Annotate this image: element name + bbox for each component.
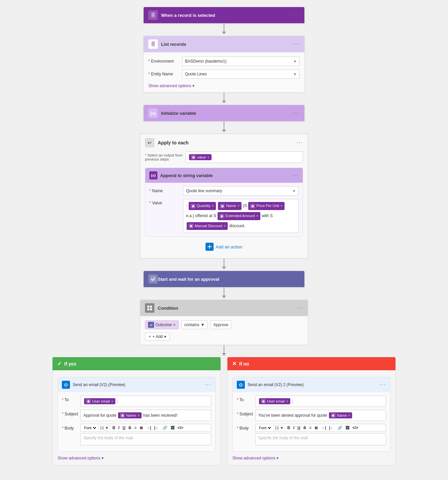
no-bold-btn[interactable]: B <box>286 425 291 431</box>
no-link-btn[interactable]: 🔗 <box>336 425 343 431</box>
append-string-menu[interactable]: ··· <box>292 172 299 178</box>
append-string-card: {x} Append to string variable ··· Name Q… <box>145 168 303 237</box>
no-email-body: To ▣ User email × ; Subjec <box>233 392 390 451</box>
yes-body-toolbar: Font 12 ▼ B I U S ≡ ≣ →| |← <box>80 424 211 432</box>
price-per-unit-close[interactable]: × <box>281 203 283 209</box>
entity-name-value[interactable]: Quote Lines ▼ <box>182 69 300 79</box>
yes-to-value[interactable]: ▣ User email × ; <box>80 396 211 407</box>
no-show-advanced[interactable]: Show advanced options ▾ <box>232 454 278 460</box>
list-records-menu[interactable]: ··· <box>293 41 300 47</box>
no-name-close[interactable]: × <box>348 413 350 417</box>
add-action-button[interactable]: Add an action <box>145 240 303 253</box>
no-image-btn[interactable]: 🖼 <box>344 425 350 431</box>
no-italic-btn[interactable]: I <box>292 425 295 431</box>
yes-italic-btn[interactable]: I <box>117 425 120 431</box>
no-body-input[interactable]: Specify the body of the mail <box>255 433 386 445</box>
approval-menu[interactable]: ··· <box>293 276 300 282</box>
condition-menu[interactable]: ··· <box>297 305 303 311</box>
init-variable-icon: {x} <box>148 108 158 118</box>
yes-size-select[interactable]: 12 ▼ <box>98 425 110 431</box>
append-value-row: Value - ▣ Quantity × ▣ Name × <box>149 199 299 233</box>
no-underline-btn[interactable]: U <box>296 425 301 431</box>
extended-amount-close[interactable]: × <box>256 213 258 219</box>
apply-each-menu[interactable]: ··· <box>297 140 303 146</box>
extended-amount-tag: ▣ Extended Amount × <box>218 212 260 220</box>
manual-discount-tag: ▣ Manual Discount × <box>187 222 228 230</box>
show-advanced-chevron: ▾ <box>192 83 194 88</box>
yes-outdent-btn[interactable]: |← <box>153 425 160 431</box>
no-bullets-btn[interactable]: ≡ <box>308 425 312 431</box>
svg-rect-2 <box>150 276 156 282</box>
name-tag-icon: ▣ <box>220 204 225 208</box>
list-records-show-advanced[interactable]: Show advanced options ▾ <box>148 82 300 88</box>
no-font-select[interactable]: Font <box>258 425 272 430</box>
init-variable-menu[interactable]: ··· <box>293 110 300 116</box>
select-output-field[interactable]: ▣ value × <box>185 151 303 163</box>
entity-name-row: Entity Name Quote Lines ▼ <box>148 69 300 79</box>
yes-link-btn[interactable]: 🔗 <box>161 425 169 431</box>
yes-name-tag: ▣ Name × <box>118 412 142 418</box>
select-output-label: * Select an output from previous steps <box>145 153 185 161</box>
operator-select[interactable]: contains ▼ <box>181 320 208 329</box>
init-variable-title: Initialize variable <box>161 111 293 116</box>
name-close[interactable]: × <box>237 203 239 209</box>
yes-name-close[interactable]: × <box>137 413 139 417</box>
no-size-select[interactable]: 12 ▼ <box>273 425 285 431</box>
yes-image-btn[interactable]: 🖼 <box>170 425 176 431</box>
approval-icon <box>148 274 158 284</box>
trigger-menu[interactable]: ··· <box>293 12 300 18</box>
list-records-body: Environment BASDemo (basdemo1) ▼ Entity … <box>144 52 304 92</box>
append-name-value[interactable]: Quote line summary ▼ <box>183 186 299 196</box>
no-numbered-btn[interactable]: ≣ <box>313 425 319 431</box>
add-icon: + <box>149 334 151 339</box>
value-tag-close[interactable]: × <box>207 155 209 159</box>
no-user-email-close[interactable]: × <box>286 399 288 403</box>
no-outdent-btn[interactable]: |← <box>328 425 335 431</box>
no-subject-value[interactable]: You've been denied approval for quote ▣ … <box>255 410 386 421</box>
add-chevron: ▾ <box>164 334 166 339</box>
no-to-row: To ▣ User email × ; <box>237 396 386 407</box>
arrow-1 <box>222 24 226 36</box>
yes-bold-btn[interactable]: B <box>111 425 116 431</box>
condition-body: Outcome × contains ▼ Approve + + Add ▾ <box>140 316 308 345</box>
environment-value[interactable]: BASDemo (basdemo1) ▼ <box>182 57 300 66</box>
yes-strikethrough-btn[interactable]: S <box>127 425 132 431</box>
no-strikethrough-btn[interactable]: S <box>302 425 307 431</box>
yes-user-email-close[interactable]: × <box>111 399 113 403</box>
value-tag-icon: ▣ <box>191 155 196 160</box>
yes-show-advanced[interactable]: Show advanced options ▾ <box>58 454 104 460</box>
yes-email-menu[interactable]: ··· <box>205 382 211 388</box>
yes-numbered-btn[interactable]: ≣ <box>139 425 144 431</box>
arrow-4 <box>222 259 226 271</box>
append-value-field[interactable]: - ▣ Quantity × ▣ Name × (S <box>183 199 299 233</box>
no-branch-content: O Send an email (V2) 2 (Preview) ··· To … <box>227 370 396 466</box>
no-body-toolbar: Font 12 ▼ B I U S ≡ ≣ →| |← <box>255 424 386 432</box>
yes-indent-btn[interactable]: →| <box>145 425 152 431</box>
yes-font-select[interactable]: Font <box>83 425 97 430</box>
arrow-5 <box>222 287 226 300</box>
condition-add-button[interactable]: + + Add ▾ <box>145 333 170 341</box>
condition-value[interactable]: Approve <box>210 320 231 329</box>
extended-amount-icon: ▣ <box>220 214 224 218</box>
no-to-value[interactable]: ▣ User email × ; <box>255 396 386 407</box>
apply-each-container: ↩ Apply to each ··· * Select an output f… <box>140 134 308 259</box>
yes-user-email-tag: ▣ User email × <box>84 398 115 404</box>
yes-branch: ✓ If yes O Send an email (V2) (Preview) … <box>52 357 221 466</box>
outcome-close[interactable]: × <box>173 322 176 327</box>
yes-body-input[interactable]: Specify the body of the mail <box>80 433 211 445</box>
yes-bullets-btn[interactable]: ≡ <box>133 425 138 431</box>
yes-code-btn[interactable]: </> <box>177 425 184 431</box>
yes-subject-value[interactable]: Approval for quote ▣ Name × has been rec… <box>80 410 211 421</box>
yes-email-header: O Send an email (V2) (Preview) ··· <box>58 377 215 392</box>
price-per-unit-tag: ▣ Price Per Unit × <box>248 202 285 210</box>
manual-discount-close[interactable]: × <box>224 223 226 230</box>
no-email-menu[interactable]: ··· <box>380 382 386 388</box>
condition-title: Condition <box>158 306 297 311</box>
yes-underline-btn[interactable]: U <box>121 425 126 431</box>
name-dropdown-arrow: ▼ <box>292 189 296 193</box>
quantity-close[interactable]: × <box>212 203 214 209</box>
no-indent-btn[interactable]: →| <box>320 425 327 431</box>
value-tag: ▣ value × <box>189 154 212 160</box>
no-code-btn[interactable]: </> <box>351 425 359 431</box>
quantity-tag-icon: ▣ <box>191 204 195 208</box>
